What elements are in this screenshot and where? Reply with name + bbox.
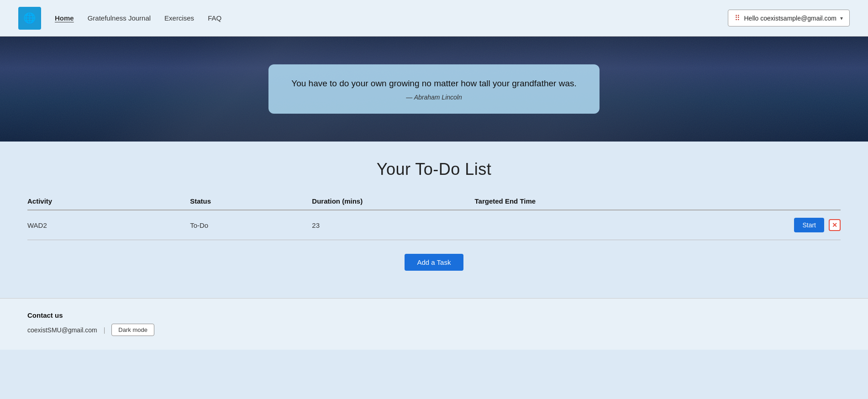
grid-icon: ⠿ <box>735 14 740 22</box>
task-activity: WAD2 <box>27 210 190 240</box>
user-dropdown[interactable]: ⠿ Hello coexistsample@gmail.com ▾ <box>728 10 850 26</box>
dark-mode-button[interactable]: Dark mode <box>111 324 154 336</box>
footer: Contact us coexistSMU@gmail.com | Dark m… <box>0 298 868 350</box>
footer-email: coexistSMU@gmail.com <box>27 326 97 334</box>
nav-links: Home Gratefulness Journal Exercises FAQ <box>55 14 728 22</box>
nav-faq[interactable]: FAQ <box>208 14 221 22</box>
globe-icon: 🌐 <box>23 13 36 23</box>
main-content: Your To-Do List Activity Status Duration… <box>0 142 868 298</box>
add-task-container: Add a Task <box>27 254 841 271</box>
add-task-button[interactable]: Add a Task <box>405 254 464 271</box>
start-button[interactable]: Start <box>794 218 824 232</box>
task-duration: 23 <box>312 210 474 240</box>
task-status: To-Do <box>190 210 312 240</box>
todo-table: Activity Status Duration (mins) Targeted… <box>27 193 841 240</box>
col-status: Status <box>190 193 312 210</box>
navbar-right: ⠿ Hello coexistsample@gmail.com ▾ <box>728 10 850 26</box>
logo-container: 🌐 <box>18 7 41 30</box>
chevron-down-icon: ▾ <box>840 15 843 21</box>
user-greeting: Hello coexistsample@gmail.com <box>744 15 836 22</box>
quote-text: You have to do your own growing no matte… <box>291 77 577 90</box>
task-end-time <box>475 210 759 240</box>
col-targeted-end: Targeted End Time <box>475 193 759 210</box>
footer-divider: | <box>104 326 105 334</box>
quote-author: — Abraham Lincoln <box>291 94 577 101</box>
col-activity: Activity <box>27 193 190 210</box>
nav-gratefulness[interactable]: Gratefulness Journal <box>88 14 151 22</box>
task-list: WAD2 To-Do 23 Start ✕ <box>27 210 841 240</box>
task-actions: Start ✕ <box>759 210 841 240</box>
hero-section: You have to do your own growing no matte… <box>0 37 868 142</box>
col-actions <box>759 193 841 210</box>
delete-button[interactable]: ✕ <box>829 219 841 231</box>
table-row: WAD2 To-Do 23 Start ✕ <box>27 210 841 240</box>
nav-home[interactable]: Home <box>55 14 74 22</box>
table-header: Activity Status Duration (mins) Targeted… <box>27 193 841 210</box>
nav-exercises[interactable]: Exercises <box>164 14 194 22</box>
footer-contact-row: coexistSMU@gmail.com | Dark mode <box>27 324 841 336</box>
page-title: Your To-Do List <box>27 160 841 179</box>
quote-box: You have to do your own growing no matte… <box>268 64 600 114</box>
contact-title: Contact us <box>27 311 841 319</box>
col-duration: Duration (mins) <box>312 193 474 210</box>
navbar: 🌐 Home Gratefulness Journal Exercises FA… <box>0 0 868 37</box>
logo-icon: 🌐 <box>18 7 41 30</box>
